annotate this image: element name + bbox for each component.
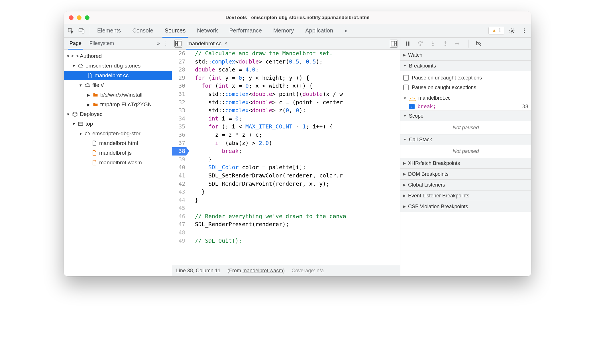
sidebar-kebab-icon[interactable]: ⋮ bbox=[162, 40, 170, 47]
code-content[interactable]: // Calculate and draw the Mandelbrot set… bbox=[189, 50, 400, 265]
svg-point-4 bbox=[524, 28, 525, 29]
event-listener-breakpoints-section[interactable]: ▶Event Listener Breakpoints bbox=[400, 190, 531, 201]
sidebar-tab-filesystem[interactable]: Filesystem bbox=[85, 38, 118, 49]
scope-section[interactable]: ▼Scope bbox=[400, 111, 531, 121]
inspect-element-icon[interactable] bbox=[66, 26, 76, 36]
callstack-section[interactable]: ▼Call Stack bbox=[400, 134, 531, 145]
checkbox-icon[interactable] bbox=[403, 85, 409, 90]
checkbox-checked-icon[interactable]: ✓ bbox=[409, 104, 415, 109]
toggle-navigator-icon[interactable] bbox=[174, 40, 182, 48]
navigator-tabs: Page Filesystem » ⋮ bbox=[64, 38, 172, 50]
tab-performance[interactable]: Performance bbox=[224, 24, 268, 37]
deployed-icon bbox=[72, 111, 78, 117]
source-editor: mandelbrot.cc × 262728293031323334353637… bbox=[172, 38, 400, 276]
tab-memory[interactable]: Memory bbox=[268, 24, 299, 37]
tab-sources[interactable]: Sources bbox=[159, 24, 191, 37]
frame-icon bbox=[78, 121, 84, 127]
authored-badge-icon: <> bbox=[409, 96, 416, 101]
svg-point-13 bbox=[432, 45, 433, 46]
warning-icon: ▲ bbox=[492, 28, 497, 34]
sidebar-overflow[interactable]: » bbox=[157, 40, 160, 46]
svg-rect-7 bbox=[79, 122, 83, 126]
debugger-pane: ▶Watch ▼Breakpoints Pause on uncaught ex… bbox=[400, 38, 531, 276]
file-scheme-node[interactable]: ▼ file:// bbox=[64, 80, 172, 90]
deployed-group[interactable]: ▼ Deployed bbox=[64, 109, 172, 119]
svg-point-12 bbox=[420, 44, 421, 46]
editor-tab-mandelbrot-cc[interactable]: mandelbrot.cc × bbox=[185, 38, 230, 49]
svg-point-3 bbox=[511, 30, 513, 32]
tab-elements[interactable]: Elements bbox=[91, 24, 127, 37]
cloud-icon bbox=[78, 63, 84, 69]
devtools-window: DevTools - emscripten-dbg-stories.netlif… bbox=[64, 11, 531, 276]
file-icon bbox=[87, 73, 93, 78]
svg-point-5 bbox=[524, 30, 525, 31]
scope-not-paused: Not paused bbox=[400, 121, 531, 134]
sidebar-tab-page[interactable]: Page bbox=[66, 38, 85, 49]
tab-application[interactable]: Application bbox=[299, 24, 339, 37]
global-listeners-section[interactable]: ▶Global Listeners bbox=[400, 179, 531, 190]
code-area[interactable]: 2627282930313233343536373839404142434445… bbox=[172, 50, 400, 265]
titlebar: DevTools - emscripten-dbg-stories.netlif… bbox=[64, 11, 531, 24]
pause-uncaught-toggle[interactable]: Pause on uncaught exceptions bbox=[403, 73, 528, 83]
file-mandelbrot-js[interactable]: mandelbrot.js bbox=[64, 148, 172, 158]
top-frame-node[interactable]: ▼ top bbox=[64, 119, 172, 129]
line-gutter[interactable]: 2627282930313233343536373839404142434445… bbox=[172, 50, 189, 265]
cloud-icon bbox=[84, 131, 91, 136]
coverage-status: Coverage: n/a bbox=[292, 268, 324, 274]
checkbox-icon[interactable] bbox=[403, 75, 409, 81]
kebab-menu-icon[interactable] bbox=[519, 26, 529, 36]
file-mandelbrot-wasm[interactable]: mandelbrot.wasm bbox=[64, 158, 172, 167]
authored-icon: < > bbox=[72, 53, 78, 59]
device-toolbar-icon[interactable] bbox=[76, 26, 87, 36]
file-icon bbox=[91, 140, 97, 146]
pause-caught-toggle[interactable]: Pause on caught exceptions bbox=[403, 83, 528, 92]
breakpoint-entry[interactable]: ✓ break; 38 bbox=[400, 102, 531, 111]
sourcemap-link[interactable]: mandelbrot.wasm bbox=[243, 268, 283, 273]
debugger-toolbar bbox=[400, 38, 531, 50]
step-icon[interactable] bbox=[454, 40, 462, 48]
tab-console[interactable]: Console bbox=[127, 24, 159, 37]
main-toolbar: Elements Console Sources Network Perform… bbox=[64, 24, 531, 38]
file-mandelbrot-cc[interactable]: mandelbrot.cc bbox=[64, 71, 172, 80]
toggle-debugger-icon[interactable] bbox=[390, 40, 398, 48]
folder-icon bbox=[92, 102, 99, 107]
callstack-not-paused: Not paused bbox=[400, 145, 531, 158]
folder-icon bbox=[92, 92, 99, 98]
breakpoints-section[interactable]: ▼Breakpoints bbox=[400, 60, 531, 71]
editor-tabstrip: mandelbrot.cc × bbox=[172, 38, 400, 50]
file-icon bbox=[91, 160, 97, 165]
issues-count: 1 bbox=[498, 28, 501, 34]
dom-breakpoints-section[interactable]: ▶DOM Breakpoints bbox=[400, 169, 531, 179]
issues-badge[interactable]: ▲ 1 bbox=[488, 27, 504, 34]
csp-breakpoints-section[interactable]: ▶CSP Violation Breakpoints bbox=[400, 201, 531, 212]
svg-rect-11 bbox=[408, 41, 409, 46]
editor-status-bar: Line 38, Column 11 (From mandelbrot.wasm… bbox=[172, 265, 400, 276]
navigator-sidebar: Page Filesystem » ⋮ ▼ < > Authored ▼ ems… bbox=[64, 38, 172, 276]
xhr-breakpoints-section[interactable]: ▶XHR/fetch Breakpoints bbox=[400, 158, 531, 169]
svg-point-6 bbox=[524, 32, 525, 33]
file-tree: ▼ < > Authored ▼ emscripten-dbg-stories … bbox=[64, 50, 172, 276]
tab-overflow[interactable]: » bbox=[339, 24, 353, 37]
deactivate-breakpoints-icon[interactable] bbox=[475, 40, 483, 48]
authored-group[interactable]: ▼ < > Authored bbox=[64, 51, 172, 61]
cloud-icon bbox=[84, 82, 91, 88]
svg-point-15 bbox=[455, 43, 457, 44]
dir-node[interactable]: ▶ tmp/tmp.ELcTq2YGN bbox=[64, 100, 172, 109]
pause-icon[interactable] bbox=[404, 40, 412, 48]
svg-point-14 bbox=[445, 45, 446, 46]
cursor-position: Line 38, Column 11 bbox=[176, 268, 221, 274]
step-over-icon[interactable] bbox=[416, 40, 424, 48]
dir-node[interactable]: ▶ b/s/w/ir/x/w/install bbox=[64, 90, 172, 100]
breakpoint-file-row[interactable]: ▼ <> mandelbrot.cc bbox=[400, 94, 531, 102]
file-icon bbox=[91, 150, 97, 156]
origin-node[interactable]: ▼ emscripten-dbg-stories bbox=[64, 61, 172, 71]
settings-icon[interactable] bbox=[507, 26, 517, 36]
tab-network[interactable]: Network bbox=[191, 24, 223, 37]
step-into-icon[interactable] bbox=[429, 40, 437, 48]
svg-rect-10 bbox=[406, 41, 407, 46]
step-out-icon[interactable] bbox=[441, 40, 449, 48]
watch-section[interactable]: ▶Watch bbox=[400, 50, 531, 60]
origin-node[interactable]: ▼ emscripten-dbg-stor bbox=[64, 129, 172, 138]
file-mandelbrot-html[interactable]: mandelbrot.html bbox=[64, 138, 172, 148]
close-tab-icon[interactable]: × bbox=[224, 40, 227, 46]
